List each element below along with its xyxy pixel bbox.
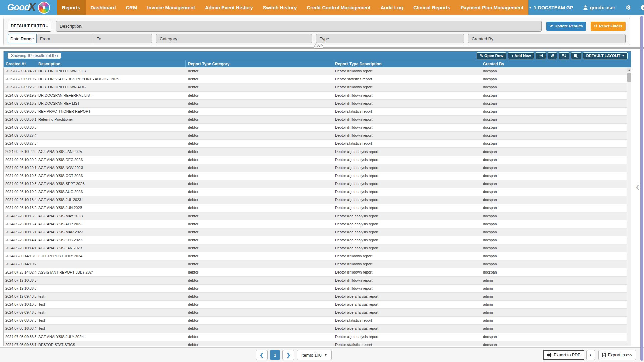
table-row[interactable]: 2024-07-09 08:07:30 Test debtor Debtor s… bbox=[4, 317, 631, 325]
refresh-layout-button[interactable]: ↺ bbox=[548, 52, 557, 59]
cell-created-at: 2024-09-26 10:15:10 bbox=[4, 228, 36, 236]
table-row[interactable]: 2024-09-30 08:56:10 Referring Practition… bbox=[4, 116, 631, 124]
nav-menu-item[interactable]: Switch History bbox=[258, 0, 302, 15]
nav-menu-item[interactable]: Dashboard bbox=[86, 0, 121, 15]
add-new-button[interactable]: + Add New bbox=[508, 52, 534, 59]
column-header[interactable]: Created At bbox=[4, 60, 36, 67]
date-to-input[interactable] bbox=[93, 34, 152, 43]
cell-description: AGE ANALYSIS FEB 2023 bbox=[36, 236, 186, 244]
table-row[interactable]: 2024-09-26 10:19:57 AGE ANALYSIS OCT 202… bbox=[4, 172, 631, 180]
table-row[interactable]: 2024-07-05 09:36:54 AGE ANALYSIS JULY 20… bbox=[4, 333, 631, 341]
reset-filters-button[interactable]: ↺ Reset Filters bbox=[591, 22, 626, 31]
table-row[interactable]: 2024-09-26 10:15:58 AGE ANALYSIS MAY 202… bbox=[4, 212, 631, 220]
nav-menu-item[interactable]: Reports bbox=[57, 0, 86, 15]
cell-description: Test bbox=[36, 325, 186, 333]
nav-menu-item[interactable]: Admin Event History bbox=[200, 0, 258, 15]
category-filter-input[interactable] bbox=[156, 34, 312, 43]
table-row[interactable]: 2024-09-26 10:18:29 AGE ANALYSIS JUN 202… bbox=[4, 204, 631, 212]
table-row[interactable]: 2024-07-19 10:36:04 debtor Debtor drilld… bbox=[4, 285, 631, 293]
table-row[interactable]: 2024-09-26 10:15:41 AGE ANALYSIS APR 202… bbox=[4, 220, 631, 228]
table-row[interactable]: 2024-09-26 10:14:13 AGE ANALYSIS JAN 202… bbox=[4, 244, 631, 252]
created-by-filter-input[interactable] bbox=[468, 34, 626, 43]
table-row[interactable]: 2024-09-30 09:00:30 REF PRACTITIONER REP… bbox=[4, 108, 631, 116]
table-scrollbar[interactable]: ▲ bbox=[627, 67, 631, 346]
page-scrollbar[interactable] bbox=[640, 16, 643, 361]
table-row[interactable]: 2024-09-26 10:20:25 AGE ANALYSIS DEC 202… bbox=[4, 156, 631, 164]
scroll-up-arrow[interactable]: ▲ bbox=[627, 67, 631, 72]
cell-category: debtor bbox=[186, 220, 333, 228]
table-row[interactable]: 2024-09-30 09:16:29 DR DOCSPAN REF LIST … bbox=[4, 100, 631, 108]
table-row[interactable]: 2025-08-09 09:19:24 DEBTOR STATISTICS RE… bbox=[4, 75, 631, 83]
table-row[interactable]: 2024-09-26 10:19:38 AGE ANALYSIS SEPT 20… bbox=[4, 180, 631, 188]
export-pdf-button[interactable]: Export to PDF bbox=[543, 350, 584, 360]
fit-columns-button[interactable] bbox=[536, 52, 546, 59]
nav-menu: Reports Dashboard CRM Invoice Management bbox=[57, 0, 528, 15]
export-csv-button[interactable]: csv Export to csv bbox=[598, 350, 636, 360]
table-row[interactable]: 2025-08-09 13:45:16 DEBTOR DRILLDOWN JUL… bbox=[4, 67, 631, 75]
table-row[interactable]: 2024-09-26 10:20:11 AGE ANALYSIS NOV 202… bbox=[4, 164, 631, 172]
practice-selector[interactable]: ▼ 1-DOCSTEAM GP bbox=[528, 5, 573, 10]
nav-menu-item[interactable]: CRM bbox=[121, 0, 142, 15]
cell-created-at: 2024-09-26 10:20:25 bbox=[4, 156, 36, 164]
table-row[interactable]: 2024-07-08 16:08:48 Test debtor Debtor a… bbox=[4, 325, 631, 333]
nav-menu-item[interactable]: Invoice Management bbox=[142, 0, 200, 15]
cell-description: test bbox=[36, 309, 186, 316]
about-button[interactable]: i About bbox=[641, 5, 644, 10]
nav-menu-item[interactable]: Credit Control Management bbox=[302, 0, 376, 15]
table-row[interactable]: 2025-08-08 09:26:39 DEBTOR DRILLDOWN AUG… bbox=[4, 83, 631, 92]
nav-menu-item[interactable]: Clinical Reports bbox=[408, 0, 455, 15]
chevron-down-icon: ▼ bbox=[622, 54, 625, 57]
cell-created-at: 2024-09-30 08:30:51 bbox=[4, 124, 36, 131]
settings-gear-icon[interactable]: ⚙ bbox=[626, 5, 631, 11]
table-row[interactable]: 2024-09-26 10:15:10 AGE ANALYSIS MAR 202… bbox=[4, 228, 631, 236]
column-header[interactable]: Description bbox=[36, 60, 186, 67]
saved-filter-select[interactable]: DEFAULT FILTER ⌄ bbox=[8, 21, 51, 32]
next-page-button[interactable]: ❯ bbox=[282, 350, 294, 360]
open-row-button[interactable]: ✎ Open Row bbox=[477, 52, 506, 59]
type-filter-input[interactable] bbox=[316, 34, 464, 43]
prev-page-button[interactable]: ❮ bbox=[256, 350, 268, 360]
table-row[interactable]: 2024-09-30 08:27:43 debtor Debtor drilld… bbox=[4, 132, 631, 140]
table-row[interactable]: 2024-09-30 08:27:33 debtor Debtor statis… bbox=[4, 140, 631, 148]
user-menu[interactable]: goodx user bbox=[583, 5, 615, 10]
side-panel-expand-chevron[interactable]: ❮ bbox=[636, 184, 640, 190]
table-row[interactable]: 2024-07-23 14:02:46 ASSISTANT REPORT JUL… bbox=[4, 268, 631, 277]
table-row[interactable]: 2024-07-09 10:10:50 Test debtor Debtor a… bbox=[4, 301, 631, 309]
table-row[interactable]: 2024-09-30 09:19:24 DR DOCSPAN REFERRAL … bbox=[4, 92, 631, 100]
table-row[interactable]: 2024-09-30 08:30:51 debtor Debtor drilld… bbox=[4, 124, 631, 132]
column-header[interactable]: Report Type Description bbox=[333, 60, 481, 67]
scrollbar-thumb[interactable] bbox=[627, 73, 631, 82]
collapse-filters-toggle[interactable] bbox=[314, 44, 323, 49]
nav-menu-item[interactable]: Payment Plan Management bbox=[455, 0, 529, 15]
date-from-input[interactable] bbox=[37, 34, 93, 43]
table-row[interactable]: 2024-09-26 10:19:20 AGE ANALYSIS AUG 202… bbox=[4, 188, 631, 196]
columns-button[interactable] bbox=[571, 52, 581, 59]
layout-select-button[interactable]: DEFAULT LAYOUT ▼ bbox=[583, 52, 628, 59]
table-row[interactable]: 2024-07-05 09:35:19 DEBTOR STATISTICS de… bbox=[4, 341, 631, 346]
cell-created-at: 2024-07-08 16:08:48 bbox=[4, 325, 36, 333]
table-row[interactable]: 2024-07-19 09:48:56 test debtor Debtor a… bbox=[4, 293, 631, 301]
cell-description bbox=[36, 260, 186, 268]
goodx-logo[interactable]: Good X bbox=[0, 0, 57, 15]
column-header[interactable]: Created By bbox=[481, 60, 631, 67]
cell-created-at: 2024-09-26 10:20:11 bbox=[4, 164, 36, 172]
sort-button[interactable] bbox=[559, 52, 569, 59]
items-per-page-select[interactable]: Items: 100 ▼ bbox=[297, 350, 332, 360]
cell-created-by: docspan bbox=[481, 100, 631, 107]
date-range-group: Date Range bbox=[8, 34, 152, 43]
table-row[interactable]: 2024-09-26 10:14:43 AGE ANALYSIS FEB 202… bbox=[4, 236, 631, 244]
chevron-down-icon: ⌄ bbox=[46, 24, 48, 28]
table-row[interactable]: 2024-09-26 10:22:00 AGE ANALYSIS JAN 202… bbox=[4, 148, 631, 156]
description-filter-input[interactable] bbox=[56, 21, 542, 32]
cell-created-at: 2024-09-30 08:27:43 bbox=[4, 132, 36, 139]
nav-menu-item[interactable]: Audit Log bbox=[376, 0, 409, 15]
table-row[interactable]: 2024-07-09 09:46:04 test debtor Debtor a… bbox=[4, 309, 631, 317]
page-number-button[interactable]: 1 bbox=[270, 350, 280, 360]
table-row[interactable]: 2024-08-06 14:13:00 FULL REPORT JULY 202… bbox=[4, 252, 631, 260]
table-row[interactable]: 2024-08-06 14:10:23 debtor Debtor drilld… bbox=[4, 260, 631, 268]
table-row[interactable]: 2024-07-19 10:36:37 debtor Debtor drilld… bbox=[4, 277, 631, 285]
column-header[interactable]: Report Type Category bbox=[186, 60, 333, 67]
table-row[interactable]: 2024-09-26 10:18:47 AGE ANALYSIS JUL 202… bbox=[4, 196, 631, 204]
update-results-button[interactable]: ⟳ Update Results bbox=[546, 22, 586, 31]
export-pdf-options-button[interactable]: ▲ bbox=[586, 350, 595, 360]
